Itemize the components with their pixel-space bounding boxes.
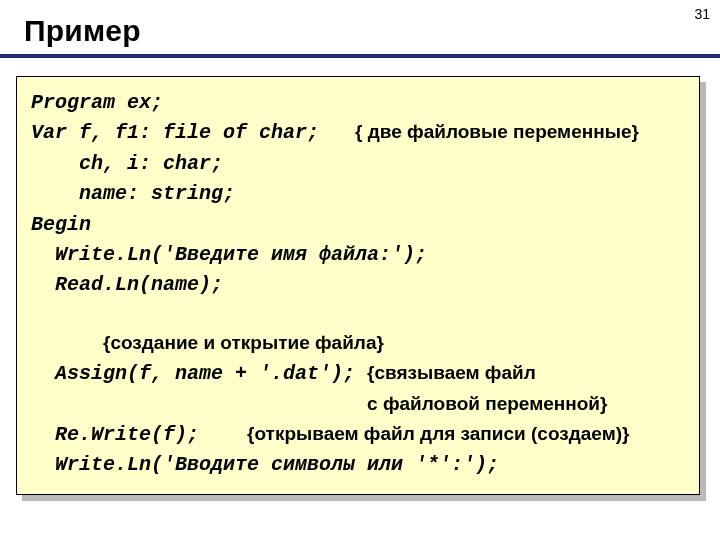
code-line: Assign(f, name + '.dat'); {связываем фай… [31, 358, 685, 388]
code-comment: {связываем файл [367, 362, 536, 383]
code-text: Begin [31, 213, 91, 236]
code-line: Var f, f1: file of char; { две файловые … [31, 117, 685, 147]
code-comment: { две файловые переменные} [355, 121, 639, 142]
code-line: Read.Ln(name); [31, 269, 685, 299]
code-line: Re.Write(f); {открываем файл для записи … [31, 419, 685, 449]
page-number: 31 [694, 6, 710, 22]
code-text: Program ex; [31, 91, 163, 114]
code-line: Begin [31, 209, 685, 239]
code-text: Read.Ln(name); [31, 273, 223, 296]
code-line: Program ex; [31, 87, 685, 117]
code-line: {создание и открытие файла} [31, 328, 685, 358]
code-line: Write.Ln('Вводите символы или '*':'); [31, 449, 685, 479]
code-line: Write.Ln('Введите имя файла:'); [31, 239, 685, 269]
code-text: name: string; [31, 182, 235, 205]
title-rule [0, 54, 720, 58]
code-line: name: string; [31, 178, 685, 208]
slide: 31 Пример Program ex; Var f, f1: file of… [0, 0, 720, 540]
code-text: Var f, f1: file of char; [31, 121, 355, 144]
blank-line [31, 300, 685, 328]
code-block-shadow: Program ex; Var f, f1: file of char; { д… [16, 76, 700, 495]
code-block: Program ex; Var f, f1: file of char; { д… [16, 76, 700, 495]
code-text: Write.Ln('Вводите символы или '*':'); [31, 453, 499, 476]
code-text: Assign(f, name + '.dat'); [31, 362, 367, 385]
code-text: ch, i: char; [31, 152, 223, 175]
code-comment: {открываем файл для записи (создаем)} [247, 423, 629, 444]
page-title: Пример [0, 0, 720, 54]
code-indent [31, 332, 103, 355]
code-text: Write.Ln('Введите имя файла:'); [31, 243, 427, 266]
code-indent [31, 393, 367, 416]
code-comment: с файловой переменной} [367, 393, 607, 414]
code-line: ch, i: char; [31, 148, 685, 178]
code-text: Re.Write(f); [31, 423, 247, 446]
code-line: с файловой переменной} [31, 389, 685, 419]
code-comment: {создание и открытие файла} [103, 332, 384, 353]
